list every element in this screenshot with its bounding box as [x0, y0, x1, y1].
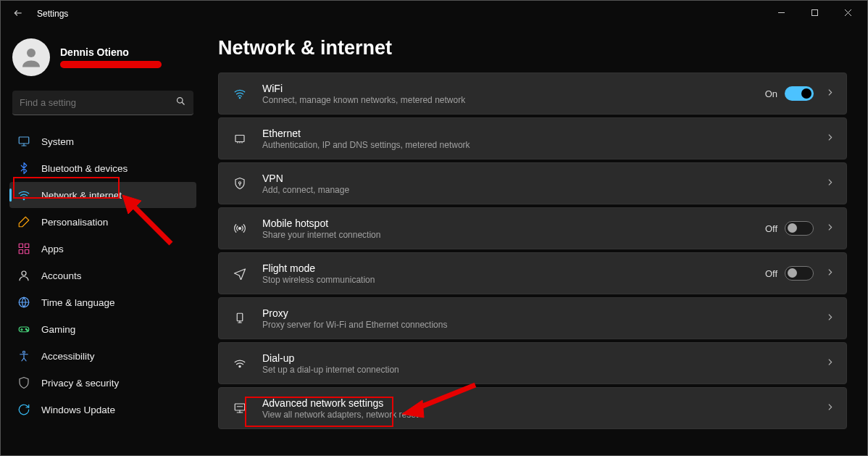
svg-point-6 — [178, 98, 183, 104]
svg-line-7 — [182, 102, 184, 104]
svg-point-16 — [22, 271, 26, 275]
chevron-right-icon — [825, 223, 835, 234]
card-title: Ethernet — [262, 128, 825, 139]
brush-icon — [17, 215, 31, 229]
sidebar-item-label: Bluetooth & devices — [41, 163, 128, 174]
card-title: Advanced network settings — [262, 397, 825, 409]
search-box[interactable] — [12, 91, 193, 115]
svg-rect-2 — [811, 9, 817, 15]
svg-point-23 — [23, 351, 25, 353]
sidebar-item-apps[interactable]: Apps — [9, 236, 196, 262]
sidebar-item-label: Privacy & security — [41, 378, 119, 389]
sidebar-item-system[interactable]: System — [9, 128, 196, 154]
card-subtitle: View all network adapters, network reset — [262, 410, 825, 420]
person-icon — [17, 268, 31, 283]
sidebar-item-label: Accounts — [41, 270, 82, 281]
sidebar-item-label: Gaming — [41, 324, 75, 335]
card-title: VPN — [262, 173, 825, 184]
sidebar-item-label: Accessibility — [41, 351, 95, 362]
card-subtitle: Authentication, IP and DNS settings, met… — [262, 140, 825, 150]
sidebar-item-label: Network & internet — [41, 190, 122, 201]
minimize-button[interactable] — [764, 1, 798, 24]
sidebar-item-gaming[interactable]: Gaming — [9, 316, 196, 342]
toggle-switch[interactable] — [785, 266, 814, 281]
toggle-label: Off — [765, 223, 777, 234]
chevron-right-icon — [825, 357, 835, 369]
avatar — [12, 38, 50, 76]
toggle-switch[interactable] — [785, 221, 814, 236]
svg-rect-12 — [19, 244, 22, 247]
sidebar-item-network-internet[interactable]: Network & internet — [9, 182, 196, 208]
svg-point-28 — [239, 228, 241, 230]
chevron-right-icon — [825, 312, 835, 324]
toggle-switch[interactable] — [785, 86, 814, 101]
ethernet-icon — [230, 132, 249, 145]
setting-card-advanced-network-settings[interactable]: Advanced network settingsView all networ… — [218, 387, 847, 429]
svg-rect-29 — [237, 313, 243, 321]
svg-rect-25 — [235, 136, 244, 142]
accessibility-icon — [17, 349, 31, 363]
back-button[interactable] — [9, 8, 27, 20]
svg-point-21 — [25, 328, 27, 330]
setting-card-flight-mode[interactable]: Flight modeStop wireless communicationOf… — [218, 252, 847, 294]
svg-point-11 — [23, 199, 25, 200]
svg-rect-33 — [235, 404, 245, 410]
window-title: Settings — [37, 9, 68, 19]
card-title: Mobile hotspot — [262, 217, 765, 229]
account-block[interactable]: Dennis Otieno — [12, 38, 196, 76]
svg-point-32 — [239, 365, 241, 367]
svg-point-22 — [27, 330, 28, 331]
sidebar-item-accessibility[interactable]: Accessibility — [9, 343, 196, 369]
card-title: Flight mode — [262, 262, 765, 274]
sidebar-item-bluetooth-devices[interactable]: Bluetooth & devices — [9, 155, 196, 181]
account-name: Dennis Otieno — [60, 46, 162, 58]
search-input[interactable] — [20, 97, 175, 108]
svg-point-24 — [239, 97, 241, 99]
close-button[interactable] — [831, 1, 864, 24]
dialup-icon — [230, 357, 249, 370]
bluetooth-icon — [17, 161, 31, 175]
advanced-icon — [230, 402, 249, 415]
card-title: WiFi — [262, 83, 765, 94]
setting-card-wifi[interactable]: WiFiConnect, manage known networks, mete… — [218, 72, 847, 115]
svg-point-5 — [27, 49, 36, 57]
setting-card-dial-up[interactable]: Dial-upSet up a dial-up internet connect… — [218, 342, 847, 384]
card-subtitle: Add, connect, manage — [262, 185, 825, 195]
proxy-icon — [230, 312, 249, 325]
wifi-icon — [17, 188, 31, 202]
card-title: Proxy — [262, 307, 825, 319]
card-subtitle: Proxy server for Wi-Fi and Ethernet conn… — [262, 320, 825, 330]
shield-icon — [17, 376, 31, 390]
card-subtitle: Set up a dial-up internet connection — [262, 365, 825, 375]
hotspot-icon — [230, 222, 249, 235]
setting-card-proxy[interactable]: ProxyProxy server for Wi-Fi and Ethernet… — [218, 297, 847, 339]
sidebar-item-time-language[interactable]: Time & language — [9, 289, 196, 315]
setting-card-ethernet[interactable]: EthernetAuthentication, IP and DNS setti… — [218, 117, 847, 159]
toggle-label: On — [765, 88, 777, 99]
card-subtitle: Connect, manage known networks, metered … — [262, 95, 765, 105]
setting-card-mobile-hotspot[interactable]: Mobile hotspotShare your internet connec… — [218, 207, 847, 249]
gamepad-icon — [17, 322, 31, 336]
svg-rect-14 — [19, 250, 22, 254]
maximize-button[interactable] — [798, 1, 831, 24]
sidebar-item-accounts[interactable]: Accounts — [9, 262, 196, 289]
chevron-right-icon — [825, 178, 835, 189]
sidebar-item-label: System — [41, 136, 74, 147]
sidebar-item-personalisation[interactable]: Personalisation — [9, 209, 196, 235]
account-email-redacted — [60, 61, 162, 68]
chevron-right-icon — [825, 133, 835, 144]
monitor-icon — [17, 134, 31, 149]
sidebar-item-label: Personalisation — [41, 217, 108, 228]
card-subtitle: Stop wireless communication — [262, 275, 765, 285]
setting-card-vpn[interactable]: VPNAdd, connect, manage — [218, 162, 847, 204]
sidebar-item-label: Windows Update — [41, 405, 115, 415]
chevron-right-icon — [825, 88, 835, 99]
apps-icon — [17, 241, 31, 256]
card-subtitle: Share your internet connection — [262, 230, 765, 240]
svg-rect-15 — [25, 250, 29, 254]
sidebar-item-privacy-security[interactable]: Privacy & security — [9, 370, 196, 396]
page-title: Network & internet — [218, 37, 847, 59]
sidebar-item-label: Time & language — [41, 297, 115, 308]
sidebar-item-windows-update[interactable]: Windows Update — [9, 397, 196, 423]
sidebar-item-label: Apps — [41, 244, 64, 254]
